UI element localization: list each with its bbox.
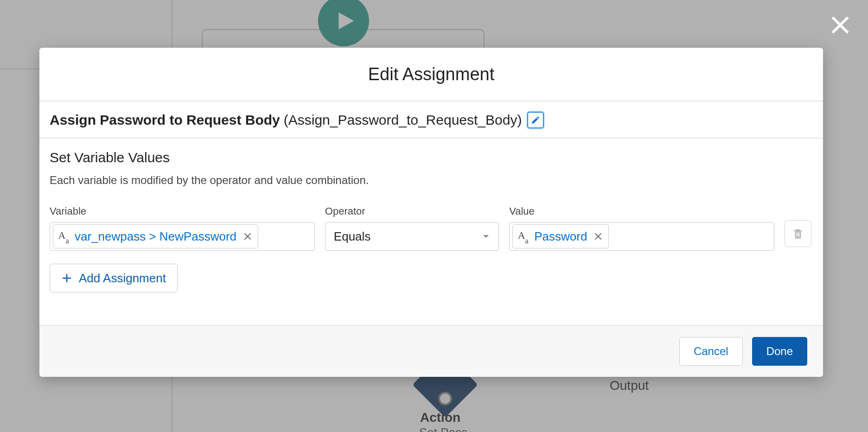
chevron-down-icon xyxy=(482,232,490,241)
delete-row-button[interactable] xyxy=(785,220,811,247)
edit-name-button[interactable] xyxy=(527,112,544,128)
edit-assignment-modal: Edit Assignment Assign Password to Reque… xyxy=(39,48,823,377)
variable-pill: Aa var_newpass > NewPassword xyxy=(53,224,258,248)
section-description: Each variable is modified by the operato… xyxy=(50,174,813,187)
variable-column: Variable Aa var_newpass > NewPassword xyxy=(50,205,315,251)
assignment-name-row: Assign Password to Request Body (Assign_… xyxy=(39,102,823,139)
modal-title: Edit Assignment xyxy=(368,64,494,84)
plus-icon xyxy=(61,273,72,284)
assignment-label: Assign Password to Request Body xyxy=(50,112,280,128)
operator-label: Operator xyxy=(325,205,499,217)
close-icon xyxy=(830,15,850,35)
cancel-button[interactable]: Cancel xyxy=(679,337,743,366)
value-column: Value Aa Password xyxy=(509,205,774,251)
operator-select[interactable]: Equals xyxy=(325,222,499,251)
section-title: Set Variable Values xyxy=(50,150,813,165)
value-input[interactable]: Aa Password xyxy=(509,222,774,251)
delete-column xyxy=(785,205,813,247)
modal-header: Edit Assignment xyxy=(39,48,823,102)
assignment-row: Variable Aa var_newpass > NewPassword Op… xyxy=(50,205,813,251)
x-icon xyxy=(594,232,603,241)
modal-body: Set Variable Values Each variable is mod… xyxy=(39,139,823,325)
value-pill-text: Password xyxy=(534,229,587,244)
value-pill-remove[interactable] xyxy=(594,232,603,241)
variable-pill-remove[interactable] xyxy=(243,232,252,241)
x-icon xyxy=(243,232,252,241)
modal-footer: Cancel Done xyxy=(39,325,823,377)
assignment-api-name: (Assign_Password_to_Request_Body) xyxy=(284,112,522,128)
operator-column: Operator Equals xyxy=(325,205,499,251)
variable-label: Variable xyxy=(50,205,315,217)
trash-icon xyxy=(792,228,804,240)
text-type-icon: Aa xyxy=(57,229,70,243)
close-button[interactable] xyxy=(830,15,850,37)
add-assignment-label: Add Assignment xyxy=(79,271,166,286)
value-pill: Aa Password xyxy=(512,224,609,248)
variable-pill-text: var_newpass > NewPassword xyxy=(75,229,236,244)
done-button[interactable]: Done xyxy=(752,337,807,366)
operator-selected-value: Equals xyxy=(334,229,371,244)
done-label: Done xyxy=(766,345,793,358)
add-assignment-button[interactable]: Add Assignment xyxy=(50,264,178,292)
text-type-icon: Aa xyxy=(517,229,530,243)
pencil-icon xyxy=(531,115,540,125)
variable-input[interactable]: Aa var_newpass > NewPassword xyxy=(50,222,315,251)
cancel-label: Cancel xyxy=(694,345,728,358)
value-label: Value xyxy=(509,205,774,217)
